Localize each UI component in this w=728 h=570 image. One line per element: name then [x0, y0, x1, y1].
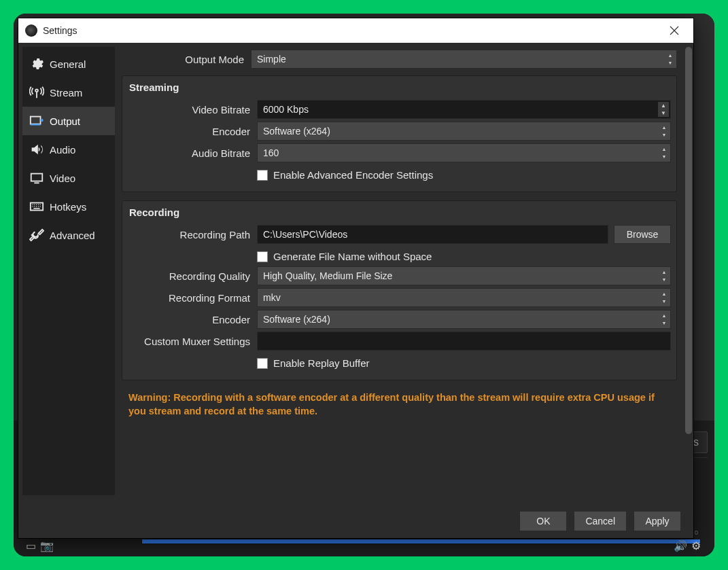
recording-panel: Recording Recording Path C:\Users\PC\Vid…	[122, 200, 677, 380]
dropdown-arrows-icon: ▲▼	[665, 52, 675, 67]
streaming-panel: Streaming Video Bitrate 6000 Kbps ▲▼ Enc…	[122, 75, 677, 192]
ok-button[interactable]: OK	[519, 511, 567, 531]
recording-quality-select[interactable]: High Quality, Medium File Size ▲▼	[257, 266, 671, 285]
scrollbar-thumb[interactable]	[685, 47, 692, 434]
sidebar: General Stream Output	[22, 47, 115, 495]
svg-rect-0	[31, 117, 41, 124]
output-mode-label: Output Mode	[122, 54, 244, 65]
apply-button[interactable]: Apply	[634, 511, 681, 531]
stream-encoder-label: Encoder	[128, 126, 250, 137]
output-icon	[29, 113, 44, 128]
advanced-encoder-checkbox-label: Enable Advanced Encoder Settings	[273, 169, 433, 181]
sidebar-item-label: Advanced	[50, 230, 95, 241]
sidebar-item-label: Hotkeys	[50, 201, 86, 213]
keyboard-icon	[29, 199, 44, 214]
recording-path-input[interactable]: C:\Users\PC\Videos	[257, 225, 608, 244]
sidebar-item-label: General	[50, 58, 86, 70]
replay-buffer-checkbox-label: Enable Replay Buffer	[273, 357, 369, 369]
content-area: Output Mode Simple ▲▼ Streaming Video Bi…	[115, 43, 693, 538]
sidebar-item-video[interactable]: Video	[22, 164, 115, 192]
spinner-arrows-icon[interactable]: ▲▼	[658, 102, 669, 117]
advanced-encoder-checkbox[interactable]	[257, 170, 268, 181]
recording-encoder-label: Encoder	[128, 314, 250, 325]
video-icon	[29, 171, 44, 185]
replay-buffer-checkbox[interactable]	[257, 358, 268, 369]
dropdown-arrows-icon: ▲▼	[659, 312, 669, 327]
titlebar: Settings	[18, 18, 693, 43]
recording-format-select[interactable]: mkv ▲▼	[257, 288, 671, 307]
browse-button[interactable]: Browse	[614, 225, 671, 244]
audio-bitrate-select[interactable]: 160 ▲▼	[257, 143, 671, 162]
recording-path-label: Recording Path	[128, 229, 250, 241]
close-button[interactable]	[662, 21, 687, 40]
stream-encoder-select[interactable]: Software (x264) ▲▼	[257, 122, 671, 141]
dropdown-arrows-icon: ▲▼	[659, 290, 669, 305]
filename-nospace-checkbox[interactable]	[257, 251, 268, 262]
video-bitrate-input[interactable]: 6000 Kbps ▲▼	[257, 100, 671, 119]
sidebar-item-label: Audio	[50, 144, 75, 156]
filename-nospace-checkbox-label: Generate File Name without Space	[273, 251, 432, 262]
sidebar-item-output[interactable]: Output	[22, 107, 115, 135]
audio-bitrate-label: Audio Bitrate	[128, 147, 250, 159]
recording-encoder-select[interactable]: Software (x264) ▲▼	[257, 310, 671, 329]
output-mode-select[interactable]: Simple ▲▼	[251, 50, 677, 69]
sidebar-item-hotkeys[interactable]: Hotkeys	[22, 192, 115, 221]
sidebar-item-audio[interactable]: Audio	[22, 135, 115, 164]
tools-icon	[29, 228, 44, 243]
dropdown-arrows-icon: ▲▼	[659, 268, 669, 283]
scrollbar[interactable]	[685, 47, 692, 497]
sidebar-item-general[interactable]: General	[22, 50, 115, 78]
recording-format-label: Recording Format	[128, 292, 250, 304]
footer-buttons: OK Cancel Apply	[519, 511, 681, 531]
stream-icon	[29, 85, 44, 100]
sidebar-item-stream[interactable]: Stream	[22, 78, 115, 107]
bg-volume-icon: 🔊	[674, 539, 687, 552]
sidebar-item-label: Stream	[50, 87, 82, 99]
warning-text: Warning: Recording with a software encod…	[122, 385, 687, 421]
video-bitrate-label: Video Bitrate	[128, 104, 250, 115]
dropdown-arrows-icon: ▲▼	[659, 124, 669, 139]
muxer-settings-input[interactable]	[257, 332, 671, 351]
sidebar-item-advanced[interactable]: Advanced	[22, 221, 115, 249]
settings-window: Settings General Stream	[18, 18, 694, 539]
bg-gear-icon: ⚙	[691, 539, 701, 552]
bg-tv-icon: ▭	[26, 539, 36, 552]
recording-quality-label: Recording Quality	[128, 270, 250, 282]
streaming-panel-title: Streaming	[128, 80, 671, 97]
window-title: Settings	[43, 25, 77, 36]
obs-icon	[25, 24, 37, 37]
gear-icon	[29, 56, 44, 71]
cancel-button[interactable]: Cancel	[574, 511, 627, 531]
svg-rect-1	[31, 174, 43, 181]
sidebar-item-label: Output	[50, 115, 80, 127]
audio-icon	[29, 142, 44, 157]
recording-panel-title: Recording	[128, 205, 671, 222]
muxer-settings-label: Custom Muxer Settings	[128, 336, 250, 347]
bg-camera-icon: 📷	[40, 539, 54, 552]
dropdown-arrows-icon: ▲▼	[659, 145, 669, 160]
sidebar-item-label: Video	[50, 173, 75, 184]
